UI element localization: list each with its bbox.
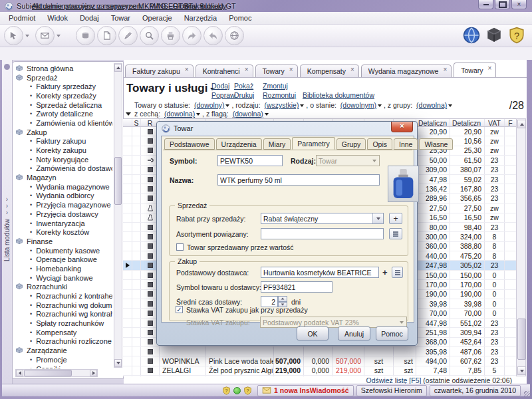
- close-icon[interactable]: ×: [185, 66, 189, 73]
- module-section[interactable]: Strona główna: [14, 64, 112, 73]
- anuluj-button[interactable]: Anuluj: [338, 327, 370, 340]
- dialog-tab-urządzenia[interactable]: Urządzenia: [216, 138, 262, 150]
- table-vscroll-thumb[interactable]: [517, 319, 526, 360]
- module-section[interactable]: Zakup: [14, 128, 112, 137]
- module-item[interactable]: •Rozrachunki rozliczone: [14, 337, 112, 346]
- column-header-s[interactable]: S: [132, 119, 141, 126]
- symbol-input[interactable]: [217, 155, 283, 166]
- action-rozmontuj[interactable]: Rozmontuj: [263, 91, 296, 99]
- module-item[interactable]: •Homebanking: [14, 264, 112, 273]
- column-header-vat[interactable]: VAT: [485, 119, 505, 126]
- pomoc-button[interactable]: Pomoc: [376, 327, 408, 340]
- module-item[interactable]: •Korekty sprzedaży: [14, 91, 112, 100]
- toolbar-button-coins[interactable]: [76, 26, 95, 45]
- menu-item-1[interactable]: Widok: [41, 13, 74, 23]
- chevron-down-icon[interactable]: [25, 35, 29, 37]
- module-section[interactable]: Magazyn: [14, 173, 112, 182]
- module-item[interactable]: •Spłaty rozrachunków: [14, 319, 112, 328]
- resize-grip[interactable]: [524, 391, 531, 398]
- module-item[interactable]: •Rozrachunki z kontrahentem: [14, 291, 112, 301]
- scroll-down-icon[interactable]: [517, 366, 526, 375]
- column-header[interactable]: [123, 119, 132, 126]
- module-item[interactable]: •Faktury sprzedaży: [14, 82, 112, 91]
- close-icon[interactable]: ×: [289, 66, 293, 73]
- rabat-select[interactable]: Rabat świąteczny: [261, 213, 384, 224]
- sprzedaz-przez-wartosc-checkbox[interactable]: [176, 243, 184, 251]
- module-item[interactable]: •Kompensaty: [14, 328, 112, 337]
- scroll-right-icon[interactable]: [90, 370, 97, 376]
- dialog-close-button[interactable]: ×: [391, 122, 413, 132]
- dialog-tab-miary[interactable]: Miary: [263, 138, 291, 150]
- toolbar-button-printer[interactable]: [161, 26, 180, 45]
- scroll-up-icon[interactable]: [517, 120, 526, 128]
- vat-jak-sprzedaz-checkbox[interactable]: ✓: [176, 306, 183, 313]
- menu-item-0[interactable]: Podmiot: [3, 13, 41, 23]
- module-section[interactable]: Sprzedaż: [14, 73, 112, 82]
- table-row[interactable]: WOPINKLAPink Lace woda toaletowa507,0000…: [123, 356, 516, 366]
- module-section[interactable]: Finanse: [14, 237, 112, 246]
- dialog-tab-podstawowe[interactable]: Podstawowe: [164, 138, 215, 150]
- filter-value-dropdown[interactable]: (dowolna): [164, 110, 195, 118]
- filter-value-dropdown[interactable]: (dowolna): [416, 101, 447, 109]
- module-item[interactable]: •Korekty zakupu: [14, 146, 112, 155]
- module-item[interactable]: •Operacje bankowe: [14, 255, 112, 264]
- module-item[interactable]: •Dokumenty kasowe: [14, 246, 112, 255]
- sidebar-hscrollbar[interactable]: [15, 369, 98, 377]
- module-item[interactable]: •Zamówienia od klientów: [14, 118, 112, 128]
- action-popraw[interactable]: Popraw: [211, 91, 235, 99]
- maximize-button[interactable]: [495, 0, 510, 9]
- chevron-down-icon[interactable]: [57, 35, 61, 37]
- menu-item-3[interactable]: Towar: [105, 13, 136, 23]
- column-header-f[interactable]: F: [505, 119, 516, 126]
- dialog-tab-inne[interactable]: Inne: [394, 138, 418, 150]
- globe-blue-icon[interactable]: [463, 27, 480, 44]
- dialog-tab-własne[interactable]: Własne: [419, 138, 453, 150]
- close-icon[interactable]: ×: [245, 66, 249, 73]
- tab-towary[interactable]: Towary×: [255, 65, 298, 78]
- module-item[interactable]: •Zamówienia do dostawców: [14, 164, 112, 174]
- sidebar-vscroll-thumb[interactable]: [114, 157, 122, 205]
- filter-value-dropdown[interactable]: (dowolny): [194, 101, 225, 109]
- scroll-up-icon[interactable]: [114, 64, 122, 72]
- dostawca-input[interactable]: [261, 267, 379, 278]
- shield-question-icon[interactable]: ?: [243, 386, 252, 395]
- module-item[interactable]: •Rozrachunki wg kontrahentów: [14, 310, 112, 319]
- dostawca-browse-button[interactable]: [392, 267, 403, 278]
- module-item[interactable]: •Wydania odbiorcy: [14, 192, 112, 201]
- cube-icon[interactable]: [485, 27, 503, 44]
- dialog-tab-grupy[interactable]: Grupy: [336, 138, 366, 150]
- module-item[interactable]: •Sprzedaż detaliczna: [14, 100, 112, 110]
- module-item[interactable]: •Przyjęcia magazynowe: [14, 200, 112, 209]
- ok-button[interactable]: OK: [297, 327, 329, 340]
- table-vscrollbar[interactable]: [516, 118, 526, 376]
- table-row[interactable]: ZELALGIŻel pod prysznic Algi 200219,0000…: [123, 366, 516, 376]
- module-section[interactable]: Rozrachunki: [14, 283, 112, 292]
- scroll-left-icon[interactable]: [16, 370, 23, 376]
- module-item[interactable]: •Inwentaryzacja: [14, 219, 112, 228]
- dialog-tab-opis[interactable]: Opis: [367, 138, 392, 150]
- scroll-down-icon[interactable]: [114, 359, 122, 367]
- toolbar-button-pen[interactable]: [118, 26, 138, 45]
- close-icon[interactable]: ×: [488, 65, 492, 72]
- module-item[interactable]: •Wyciągi bankowe: [14, 273, 112, 283]
- shield-question-icon[interactable]: ?: [508, 27, 525, 44]
- tab-kompensaty[interactable]: Kompensaty×: [300, 65, 359, 78]
- toolbar-button-send[interactable]: [203, 26, 223, 45]
- table-row[interactable]: 395,98487,0623: [123, 347, 516, 356]
- action-drukuj[interactable]: Drukuj: [234, 91, 254, 99]
- action-pokaz[interactable]: Pokaż: [234, 82, 253, 90]
- module-section[interactable]: Zarządzanie: [14, 346, 112, 355]
- tab-faktury-zakupu[interactable]: Faktury zakupu×: [125, 65, 194, 78]
- menu-item-6[interactable]: Pomoc: [223, 13, 257, 23]
- toolbar-button-mail[interactable]: [35, 26, 65, 45]
- module-item[interactable]: •Rozrachunki wg dokumentów: [14, 301, 112, 310]
- module-item[interactable]: •Promocje: [14, 355, 112, 364]
- sidebar-hscroll-thumb[interactable]: [24, 370, 72, 376]
- menu-item-5[interactable]: Narzędzia: [178, 13, 223, 23]
- dialog-title-bar[interactable]: Towar: [157, 122, 417, 135]
- tab-towary[interactable]: Towary×: [454, 63, 496, 78]
- column-header-det2[interactable]: Detaliczn: [450, 119, 485, 126]
- nazwa-input[interactable]: [217, 174, 380, 186]
- close-icon[interactable]: ×: [350, 66, 354, 73]
- module-strip[interactable]: ››› Lista modułów: [2, 60, 13, 384]
